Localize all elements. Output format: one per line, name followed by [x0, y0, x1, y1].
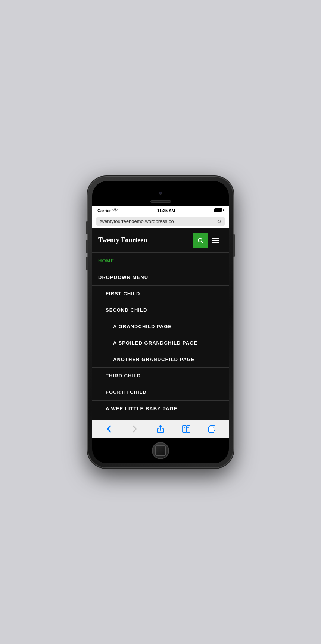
header-buttons	[193, 233, 223, 248]
svg-line-1	[202, 242, 203, 243]
browser-chrome: Carrier 11:25 AM	[92, 206, 229, 228]
wifi-icon	[112, 208, 118, 212]
nav-item-grandchild1[interactable]: A GRANDCHILD PAGE	[92, 318, 229, 335]
search-icon	[197, 237, 204, 244]
address-bar-row: twentyfourteendemo.wordpress.co ↻	[92, 215, 229, 228]
status-bar: Carrier 11:25 AM	[92, 206, 229, 215]
address-bar[interactable]: twentyfourteendemo.wordpress.co ↻	[96, 217, 225, 226]
svg-rect-12	[209, 427, 214, 432]
camera	[159, 192, 162, 195]
phone-top-bezel	[92, 181, 229, 206]
bookmarks-button[interactable]	[179, 421, 194, 436]
nav-item-second-child[interactable]: SECOND CHILD	[92, 302, 229, 318]
menu-button[interactable]	[208, 233, 223, 248]
website-content: Twenty Fourteen	[92, 228, 229, 420]
site-title: Twenty Fourteen	[98, 236, 147, 244]
carrier-label: Carrier	[97, 208, 111, 213]
speaker	[150, 200, 171, 203]
browser-toolbar	[92, 420, 229, 438]
tabs-button[interactable]	[205, 421, 219, 436]
status-time: 11:25 AM	[157, 208, 175, 213]
hamburger-icon	[212, 238, 219, 243]
nav-item-dropdown-menu[interactable]: DROPDOWN MENU	[92, 269, 229, 286]
nav-item-home[interactable]: HOME	[92, 253, 229, 269]
nav-item-third-child[interactable]: THIRD CHILD	[92, 368, 229, 384]
site-header: Twenty Fourteen	[92, 228, 229, 253]
nav-item-first-child[interactable]: FIRST CHILD	[92, 286, 229, 302]
reload-icon[interactable]: ↻	[217, 218, 221, 224]
nav-item-page-templates[interactable]: PAGE TEMPLATES	[92, 417, 229, 420]
back-button[interactable]	[102, 421, 116, 436]
phone-screen: Carrier 11:25 AM	[92, 181, 229, 463]
carrier-info: Carrier	[97, 208, 118, 213]
nav-item-grandchild2[interactable]: A SPOILED GRANDCHILD PAGE	[92, 335, 229, 351]
phone-device: Carrier 11:25 AM	[88, 177, 233, 468]
search-button[interactable]	[193, 233, 208, 248]
home-button[interactable]	[152, 442, 169, 459]
phone-bottom-bezel	[92, 438, 229, 463]
battery-icon	[214, 208, 224, 212]
share-button[interactable]	[153, 421, 168, 436]
nav-menu: HOMEDROPDOWN MENUFIRST CHILDSECOND CHILD…	[92, 253, 229, 420]
nav-item-wee-baby[interactable]: A WEE LITTLE BABY PAGE	[92, 401, 229, 417]
nav-item-grandchild3[interactable]: ANOTHER GRANDCHILD PAGE	[92, 351, 229, 368]
nav-item-fourth-child[interactable]: FOURTH CHILD	[92, 384, 229, 401]
home-button-inner	[155, 445, 166, 456]
forward-button[interactable]	[127, 421, 142, 436]
url-text: twentyfourteendemo.wordpress.co	[100, 218, 174, 224]
